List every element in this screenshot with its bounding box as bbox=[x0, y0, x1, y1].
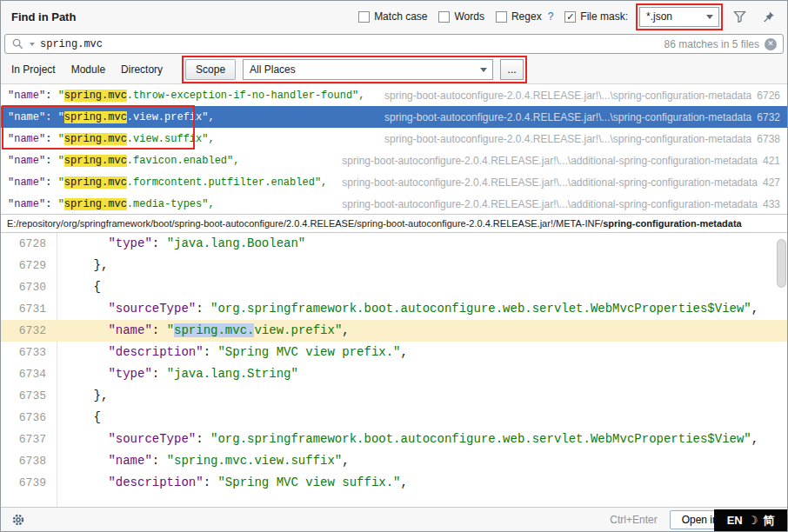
result-row[interactable]: "name": "spring.mvc.favicon.enabled",spr… bbox=[1, 150, 787, 171]
filter-button[interactable] bbox=[731, 8, 748, 25]
editor-line: 6739 "description": "Spring MVC view suf… bbox=[1, 472, 787, 494]
result-line-number: 427 bbox=[763, 176, 780, 189]
scrollbar-thumb[interactable] bbox=[777, 239, 786, 288]
gear-icon bbox=[11, 513, 25, 527]
result-line-number: 6738 bbox=[757, 133, 780, 145]
file-mask-combo[interactable]: *.json bbox=[639, 7, 719, 27]
editor-line: 6736 { bbox=[1, 407, 787, 429]
result-row[interactable]: "name": "spring.mvc.view.prefix",spring-… bbox=[1, 106, 787, 128]
result-value-rest: .view.prefix", bbox=[127, 111, 215, 123]
result-row[interactable]: "name": "spring.mvc.formcontent.putfilte… bbox=[1, 171, 787, 193]
regex-help-link[interactable]: ? bbox=[548, 10, 554, 23]
code-segment: "type" bbox=[64, 236, 152, 250]
preview-file-path: E:/repository/org/springframework/boot/s… bbox=[1, 214, 787, 233]
scope-option-scope[interactable]: Scope bbox=[185, 59, 236, 80]
file-mask-checkbox[interactable]: ✓ File mask: bbox=[564, 10, 628, 23]
checkbox-box bbox=[438, 11, 450, 23]
result-key: "name" bbox=[8, 90, 45, 102]
search-history-chevron-icon[interactable] bbox=[30, 43, 35, 46]
code-line: "sourceType": "org.springframework.boot.… bbox=[57, 298, 758, 320]
editor-line: 6738 "name": "spring.mvc.view.suffix", bbox=[1, 450, 787, 472]
result-open-quote: " bbox=[58, 90, 64, 102]
words-checkbox[interactable]: Words bbox=[438, 10, 484, 23]
result-key: "name" bbox=[8, 176, 45, 189]
result-row[interactable]: "name": "spring.mvc.media-types",spring-… bbox=[1, 193, 787, 214]
editor-line: 6731 "sourceType": "org.springframework.… bbox=[1, 298, 787, 320]
path-filename: spring-configuration-metadata bbox=[603, 218, 742, 229]
line-number: 6739 bbox=[1, 472, 57, 494]
code-segment: : bbox=[152, 323, 167, 337]
scope-value: All Places bbox=[250, 63, 296, 76]
code-line: "type": "java.lang.Boolean" bbox=[57, 233, 305, 255]
editor-line: 6735 }, bbox=[1, 385, 787, 407]
line-number: 6730 bbox=[1, 276, 57, 298]
results-list: "name": "spring.mvc.throw-exception-if-n… bbox=[1, 83, 787, 214]
file-mask-label: File mask: bbox=[580, 10, 628, 23]
code-segment: , bbox=[342, 323, 349, 337]
shortcut-hint: Ctrl+Enter bbox=[610, 514, 657, 526]
search-field[interactable]: spring.mvc 86 matches in 5 files ✕ bbox=[4, 34, 784, 54]
code-segment: "type" bbox=[64, 367, 152, 381]
preview-editor[interactable]: 6728 "type": "java.lang.Boolean"6729 },6… bbox=[1, 233, 787, 507]
settings-button[interactable] bbox=[10, 511, 27, 529]
code-segment: "Spring MVC view prefix." bbox=[217, 345, 400, 359]
clear-search-button[interactable]: ✕ bbox=[765, 38, 777, 50]
dialog-title: Find in Path bbox=[11, 10, 76, 23]
result-row[interactable]: "name": "spring.mvc.view.suffix",spring-… bbox=[1, 128, 787, 150]
line-number: 6736 bbox=[1, 407, 57, 429]
find-in-path-dialog: Find in Path Match case Words Regex ? ✓ … bbox=[0, 0, 788, 532]
checkbox-box bbox=[496, 11, 507, 23]
match-count: 86 matches in 5 files bbox=[664, 38, 759, 50]
search-match-highlight: spring.mvc bbox=[64, 111, 127, 123]
scope-option-directory[interactable]: Directory bbox=[121, 63, 163, 76]
regex-checkbox[interactable]: Regex ? bbox=[496, 10, 553, 23]
search-query[interactable]: spring.mvc bbox=[40, 38, 103, 50]
result-file-path: spring-boot-autoconfigure-2.0.4.RELEASE.… bbox=[384, 111, 751, 123]
line-number: 6734 bbox=[1, 363, 57, 385]
editor-line: 6728 "type": "java.lang.Boolean" bbox=[1, 233, 787, 255]
result-file-path: spring-boot-autoconfigure-2.0.4.RELEASE.… bbox=[342, 198, 758, 210]
line-number: 6731 bbox=[1, 298, 57, 320]
code-segment: "description" bbox=[64, 475, 204, 489]
scope-option-in-project[interactable]: In Project bbox=[11, 63, 56, 76]
code-segment: , bbox=[401, 475, 408, 489]
code-segment: "java.lang.String" bbox=[167, 367, 298, 381]
scope-combo[interactable]: All Places bbox=[243, 59, 493, 80]
code-segment: "name" bbox=[64, 323, 152, 337]
result-colon: : bbox=[45, 90, 57, 102]
code-line: "type": "java.lang.String" bbox=[57, 363, 298, 385]
code-segment: : bbox=[204, 475, 218, 489]
regex-label: Regex bbox=[511, 10, 542, 23]
search-match-highlight: spring.mvc bbox=[64, 133, 127, 145]
result-key: "name" bbox=[8, 155, 45, 167]
editor-scrollbar[interactable] bbox=[776, 233, 787, 507]
code-segment: "sourceType" bbox=[64, 432, 196, 446]
code-line: }, bbox=[57, 385, 108, 407]
result-line-number: 433 bbox=[763, 198, 780, 210]
code-segment: }, bbox=[64, 389, 108, 402]
scope-browse-button[interactable]: ... bbox=[500, 59, 524, 80]
search-match-highlight: spring.mvc bbox=[64, 176, 127, 189]
code-line: { bbox=[57, 407, 101, 429]
scope-option-module[interactable]: Module bbox=[71, 63, 105, 76]
match-case-checkbox[interactable]: Match case bbox=[358, 10, 427, 23]
result-colon: : bbox=[45, 133, 57, 145]
code-line: }, bbox=[57, 255, 108, 276]
result-colon: : bbox=[45, 176, 57, 189]
result-row[interactable]: "name": "spring.mvc.throw-exception-if-n… bbox=[1, 84, 787, 106]
editor-lines: 6728 "type": "java.lang.Boolean"6729 },6… bbox=[1, 233, 787, 494]
result-file-path: spring-boot-autoconfigure-2.0.4.RELEASE.… bbox=[384, 133, 751, 145]
code-line: "name": "spring.mvc.view.suffix", bbox=[57, 450, 350, 472]
result-line-number: 421 bbox=[763, 155, 780, 167]
code-line: "description": "Spring MVC view prefix."… bbox=[57, 342, 408, 363]
ime-language: EN bbox=[727, 514, 743, 527]
result-colon: : bbox=[45, 198, 57, 210]
file-mask-value: *.json bbox=[646, 10, 672, 23]
result-open-quote: " bbox=[58, 198, 64, 210]
code-segment: : bbox=[152, 236, 167, 250]
result-open-quote: " bbox=[58, 176, 64, 189]
pin-button[interactable] bbox=[759, 8, 777, 25]
line-number: 6738 bbox=[1, 450, 57, 472]
result-value-rest: .view.suffix", bbox=[127, 133, 215, 145]
result-line-number: 6726 bbox=[757, 90, 780, 102]
